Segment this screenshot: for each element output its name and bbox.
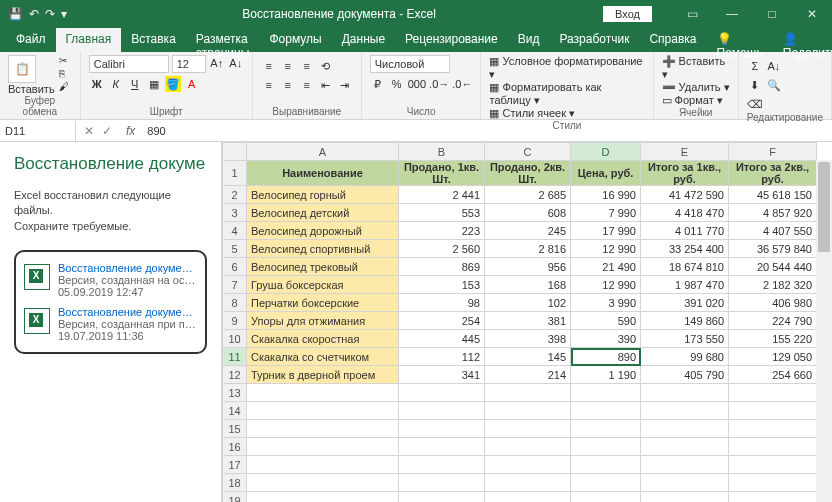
cell-F19[interactable] <box>729 492 817 503</box>
cell-A14[interactable] <box>247 402 399 420</box>
underline-button[interactable]: Ч <box>127 76 143 92</box>
cell-B17[interactable] <box>399 456 485 474</box>
align-bottom-icon[interactable]: ≡ <box>299 58 315 74</box>
indent-dec-icon[interactable]: ⇤ <box>318 77 334 93</box>
row-header-19[interactable]: 19 <box>223 492 247 503</box>
cell-F18[interactable] <box>729 474 817 492</box>
tab-разработчик[interactable]: Разработчик <box>549 28 639 52</box>
cell-D19[interactable] <box>571 492 641 503</box>
cell-D11[interactable]: 890 <box>571 348 641 366</box>
enter-formula-icon[interactable]: ✓ <box>102 124 112 138</box>
align-top-icon[interactable]: ≡ <box>261 58 277 74</box>
cell-F13[interactable] <box>729 384 817 402</box>
save-icon[interactable]: 💾 <box>8 7 23 21</box>
cell-A16[interactable] <box>247 438 399 456</box>
row-header-2[interactable]: 2 <box>223 186 247 204</box>
cell-C6[interactable]: 956 <box>485 258 571 276</box>
cell-F5[interactable]: 36 579 840 <box>729 240 817 258</box>
cell-B3[interactable]: 553 <box>399 204 485 222</box>
cell-E4[interactable]: 4 011 770 <box>641 222 729 240</box>
cell-A12[interactable]: Турник в дверной проем <box>247 366 399 384</box>
cell-F15[interactable] <box>729 420 817 438</box>
minimize-icon[interactable]: — <box>712 7 752 21</box>
cell-D16[interactable] <box>571 438 641 456</box>
row-header-5[interactable]: 5 <box>223 240 247 258</box>
cell-F10[interactable]: 155 220 <box>729 330 817 348</box>
tab-главная[interactable]: Главная <box>56 28 122 52</box>
cell-E10[interactable]: 173 550 <box>641 330 729 348</box>
cell-A6[interactable]: Велосипед трековый <box>247 258 399 276</box>
cell-B4[interactable]: 223 <box>399 222 485 240</box>
column-header-D[interactable]: D <box>571 143 641 161</box>
qat-more-icon[interactable]: ▾ <box>61 7 67 21</box>
cell-E2[interactable]: 41 472 590 <box>641 186 729 204</box>
cell-E13[interactable] <box>641 384 729 402</box>
insert-cells-button[interactable]: ➕ Вставить ▾ <box>662 55 730 81</box>
align-right-icon[interactable]: ≡ <box>299 77 315 93</box>
cell-B10[interactable]: 445 <box>399 330 485 348</box>
row-header-8[interactable]: 8 <box>223 294 247 312</box>
autosum-icon[interactable]: Σ <box>747 58 763 74</box>
cell-E9[interactable]: 149 860 <box>641 312 729 330</box>
vertical-scrollbar[interactable] <box>816 160 832 502</box>
signin-button[interactable]: Вход <box>603 6 652 22</box>
cell-D12[interactable]: 1 190 <box>571 366 641 384</box>
indent-inc-icon[interactable]: ⇥ <box>337 77 353 93</box>
cell-E17[interactable] <box>641 456 729 474</box>
cell-D14[interactable] <box>571 402 641 420</box>
cell-B19[interactable] <box>399 492 485 503</box>
cell-B18[interactable] <box>399 474 485 492</box>
cell-F16[interactable] <box>729 438 817 456</box>
redo-icon[interactable]: ↷ <box>45 7 55 21</box>
cell-A19[interactable] <box>247 492 399 503</box>
cell-F12[interactable]: 254 660 <box>729 366 817 384</box>
row-header-6[interactable]: 6 <box>223 258 247 276</box>
cell-E5[interactable]: 33 254 400 <box>641 240 729 258</box>
row-header-12[interactable]: 12 <box>223 366 247 384</box>
align-center-icon[interactable]: ≡ <box>280 77 296 93</box>
cell-E3[interactable]: 4 418 470 <box>641 204 729 222</box>
cell-C13[interactable] <box>485 384 571 402</box>
cell-E18[interactable] <box>641 474 729 492</box>
spreadsheet-grid[interactable]: ABCDEF1НаименованиеПродано, 1кв. Шт.Прод… <box>222 142 832 502</box>
conditional-formatting-button[interactable]: ▦ Условное форматирование ▾ <box>489 55 644 81</box>
cell-A7[interactable]: Груша боксерская <box>247 276 399 294</box>
cell-B2[interactable]: 2 441 <box>399 186 485 204</box>
cell-styles-button[interactable]: ▦ Стили ячеек ▾ <box>489 107 644 120</box>
increase-font-icon[interactable]: A↑ <box>209 55 225 71</box>
row-header-18[interactable]: 18 <box>223 474 247 492</box>
header-cell[interactable]: Итого за 2кв., руб. <box>729 161 817 186</box>
row-header-1[interactable]: 1 <box>223 161 247 186</box>
cell-F17[interactable] <box>729 456 817 474</box>
cell-C12[interactable]: 214 <box>485 366 571 384</box>
cell-A17[interactable] <box>247 456 399 474</box>
cell-E6[interactable]: 18 674 810 <box>641 258 729 276</box>
cell-D6[interactable]: 21 490 <box>571 258 641 276</box>
tab-рецензирование[interactable]: Рецензирование <box>395 28 508 52</box>
cell-B15[interactable] <box>399 420 485 438</box>
cell-C14[interactable] <box>485 402 571 420</box>
tab-формулы[interactable]: Формулы <box>259 28 331 52</box>
clear-icon[interactable]: ⌫ <box>747 96 763 112</box>
maximize-icon[interactable]: □ <box>752 7 792 21</box>
tab-справка[interactable]: Справка <box>639 28 706 52</box>
close-icon[interactable]: ✕ <box>792 7 832 21</box>
row-header-15[interactable]: 15 <box>223 420 247 438</box>
cell-C19[interactable] <box>485 492 571 503</box>
comma-icon[interactable]: 000 <box>408 76 426 92</box>
cell-A8[interactable]: Перчатки боксерские <box>247 294 399 312</box>
align-middle-icon[interactable]: ≡ <box>280 58 296 74</box>
cell-A11[interactable]: Скакалка со счетчиком <box>247 348 399 366</box>
fill-color-icon[interactable]: 🪣 <box>165 76 181 92</box>
cell-E11[interactable]: 99 680 <box>641 348 729 366</box>
cell-A15[interactable] <box>247 420 399 438</box>
cell-D2[interactable]: 16 990 <box>571 186 641 204</box>
cell-C4[interactable]: 245 <box>485 222 571 240</box>
inc-decimal-icon[interactable]: .0→ <box>429 76 449 92</box>
format-painter-icon[interactable]: 🖌 <box>59 81 69 92</box>
format-as-table-button[interactable]: ▦ Форматировать как таблицу ▾ <box>489 81 644 107</box>
name-box[interactable]: D11 <box>0 121 76 141</box>
cancel-formula-icon[interactable]: ✕ <box>84 124 94 138</box>
cell-C17[interactable] <box>485 456 571 474</box>
cell-D13[interactable] <box>571 384 641 402</box>
